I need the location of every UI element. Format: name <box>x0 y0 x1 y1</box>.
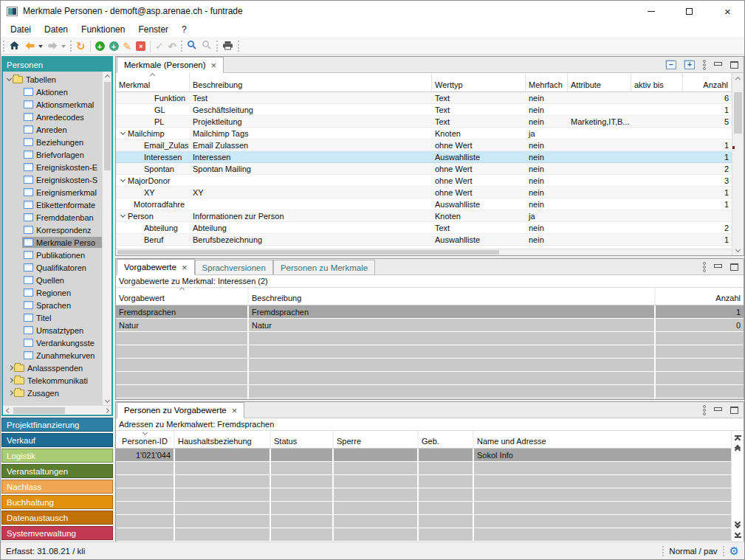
module-projektfinanzierung[interactable]: Projektfinanzierung <box>1 418 113 432</box>
sidebar-item-ereignismerkmal[interactable]: Ereignismerkmal <box>3 186 102 198</box>
menu-item-datei[interactable]: Datei <box>4 22 38 37</box>
delete-trash-icon[interactable]: × <box>136 41 145 51</box>
sidebar-item-ereigniskosten-e[interactable]: Ereigniskosten-E <box>3 161 102 173</box>
refresh-icon[interactable]: ↻ <box>76 41 86 52</box>
table-row-pl[interactable]: PL Projektleitung Text nein Marketing,IT… <box>116 116 732 128</box>
table-row-mailchimp[interactable]: Mailchimp Mailchimp Tags Knoten ja <box>116 128 732 139</box>
sidebar-item-anreden[interactable]: Anreden <box>3 123 102 136</box>
value-row-fremdsprachen[interactable]: Fremdsprachen Fremdsprachen 1 <box>116 305 744 319</box>
merkmale-horizontal-scrollbar[interactable] <box>116 249 732 255</box>
window-close-button[interactable]: × <box>711 1 744 21</box>
add-copy-icon[interactable]: + <box>109 41 119 51</box>
sidebar-item-verdankungsste[interactable]: Verdankungsste <box>3 336 102 349</box>
edit-pencil-icon[interactable]: ✎ <box>123 41 132 52</box>
module-nachlass[interactable]: Nachlass <box>1 480 113 494</box>
column-header-aktiv-bis[interactable]: aktiv bis <box>631 73 683 91</box>
toolbar-grip[interactable] <box>70 41 72 52</box>
tab-sprachversionen[interactable]: Sprachversionen <box>195 260 273 274</box>
sidebar-item-beziehungen[interactable]: Beziehungen <box>3 136 102 148</box>
chevron-down-icon[interactable] <box>120 212 126 218</box>
scroll-down-icon[interactable] <box>732 245 744 255</box>
table-row-spontan[interactable]: Spontan Spontan Mailing ohne Wert nein 2 <box>116 163 732 175</box>
panel-minimize-icon[interactable] <box>714 62 722 66</box>
panel-menu-icon[interactable] <box>703 60 706 70</box>
sidebar-item-ereigniskosten-s[interactable]: Ereigniskosten-S <box>3 173 102 186</box>
column-header-status[interactable]: Status <box>271 431 334 448</box>
sidebar-item-anredecodes[interactable]: Anredecodes <box>3 111 102 123</box>
column-header-vorgabewert[interactable]: Vorgabewert <box>116 288 249 305</box>
toolbar-grip[interactable] <box>3 41 4 52</box>
scroll-up-icon[interactable] <box>732 73 744 83</box>
sidebar-item-qualifikatoren[interactable]: Qualifikatoren <box>3 261 102 274</box>
page-down-icon[interactable] <box>735 520 740 528</box>
back-dropdown-icon[interactable] <box>38 45 43 48</box>
table-row-interessen[interactable]: Interessen Interessen Auswahlliste nein … <box>116 151 732 163</box>
scroll-right-icon[interactable] <box>103 406 111 415</box>
panel-menu-icon[interactable] <box>703 262 706 272</box>
empty-row[interactable] <box>116 515 731 528</box>
table-row-xy[interactable]: XY XY ohne Wert nein 1 <box>116 187 732 198</box>
sidebar-item-publikationen[interactable]: Publikationen <box>3 249 102 261</box>
scroll-to-bottom-icon[interactable] <box>735 531 741 538</box>
table-row-abteilung[interactable]: Abteilung Abteilung Text nein 2 <box>116 222 732 234</box>
table-row-email-zulas[interactable]: Email_Zulas Email Zulassen ohne Wert nei… <box>116 139 732 151</box>
menu-item-help-4[interactable]: ? <box>175 22 193 37</box>
tab-merkmale-personen[interactable]: Merkmale (Personen) × <box>117 57 224 73</box>
column-header-geb[interactable]: Geb. <box>419 431 474 448</box>
table-row-gl[interactable]: GL Geschäftsleitung Text nein 1 <box>116 104 732 116</box>
print-icon[interactable] <box>222 40 233 53</box>
table-row-beruf[interactable]: Beruf Berufsbezeichnung Auswahlliste nei… <box>116 234 732 246</box>
scroll-to-top-icon[interactable] <box>735 435 741 442</box>
expand-all-icon[interactable]: + <box>684 61 695 69</box>
table-row-majordonor[interactable]: MajorDonor ohne Wert nein 3 <box>116 175 732 187</box>
menu-item-fenster[interactable]: Fenster <box>131 22 175 37</box>
search-icon[interactable] <box>187 40 197 53</box>
sidebar-item-quellen[interactable]: Quellen <box>3 274 102 286</box>
sidebar-item-umsatztypen[interactable]: Umsatztypen <box>3 324 102 336</box>
column-header-name-und-adresse[interactable]: Name und Adresse <box>474 431 731 448</box>
sidebar-item-sprachen[interactable]: Sprachen <box>3 299 102 311</box>
column-header-mehrfach[interactable]: Mehrfach <box>526 73 568 91</box>
sidebar-folder-zusagen[interactable]: Zusagen <box>3 387 102 399</box>
module-logistik[interactable]: Logistik <box>1 449 113 463</box>
column-header-beschreibung[interactable]: Beschreibung <box>190 73 432 91</box>
close-icon[interactable]: × <box>211 61 217 70</box>
window-maximize-button[interactable] <box>673 1 706 21</box>
empty-row[interactable] <box>116 345 744 359</box>
undo-icon[interactable]: ↶ <box>168 41 176 52</box>
sidebar-vertical-scrollbar[interactable] <box>102 72 111 405</box>
page-up-icon[interactable] <box>735 445 740 452</box>
merkmale-vertical-scrollbar[interactable] <box>732 73 744 255</box>
panel-minimize-icon[interactable] <box>714 407 722 411</box>
table-row-funktion[interactable]: Funktion Test Text nein 6 <box>116 92 732 104</box>
module-veranstaltungen[interactable]: Veranstaltungen <box>1 464 113 478</box>
column-header-werttyp[interactable]: Werttyp <box>432 73 526 91</box>
forward-icon[interactable] <box>47 40 58 53</box>
collapse-all-icon[interactable]: − <box>666 61 676 69</box>
toolbar-grip[interactable] <box>181 41 182 52</box>
empty-row[interactable] <box>116 359 744 372</box>
module-verkauf[interactable]: Verkauf <box>1 433 113 447</box>
sidebar-item-aktionen[interactable]: Aktionen <box>3 86 102 98</box>
column-header-haushaltsbeziehung[interactable]: Haushaltsbeziehung <box>175 431 271 448</box>
empty-row[interactable] <box>116 502 731 515</box>
column-header-merkmal[interactable]: Merkmal <box>116 73 190 91</box>
tab-vorgabewerte[interactable]: Vorgabewerte× <box>117 259 195 275</box>
column-header-anzahl[interactable]: Anzahl <box>656 288 744 305</box>
menu-item-daten[interactable]: Daten <box>38 22 75 37</box>
toolbar-grip[interactable] <box>238 41 239 52</box>
table-row-person[interactable]: Person Informationen zur Person Knoten j… <box>116 210 732 222</box>
search-secondary-icon[interactable] <box>202 40 212 53</box>
sidebar-folder-telekommunikati[interactable]: Telekommunikati <box>3 374 102 387</box>
forward-dropdown-icon[interactable] <box>61 45 66 48</box>
chevron-down-icon[interactable] <box>120 177 126 182</box>
add-icon[interactable]: + <box>95 41 105 51</box>
sidebar-item-merkmale-perso[interactable]: Merkmale Perso <box>3 236 102 249</box>
panel-maximize-icon[interactable] <box>730 263 738 271</box>
module-systemverwaltung[interactable]: Systemverwaltung <box>1 526 113 540</box>
tree-root-tabellen[interactable]: Tabellen <box>3 73 102 86</box>
empty-row[interactable] <box>116 372 744 385</box>
sidebar-item-etikettenformate[interactable]: Etikettenformate <box>3 198 102 211</box>
panel-maximize-icon[interactable] <box>730 407 738 414</box>
scrollbar-thumb[interactable] <box>13 407 65 414</box>
